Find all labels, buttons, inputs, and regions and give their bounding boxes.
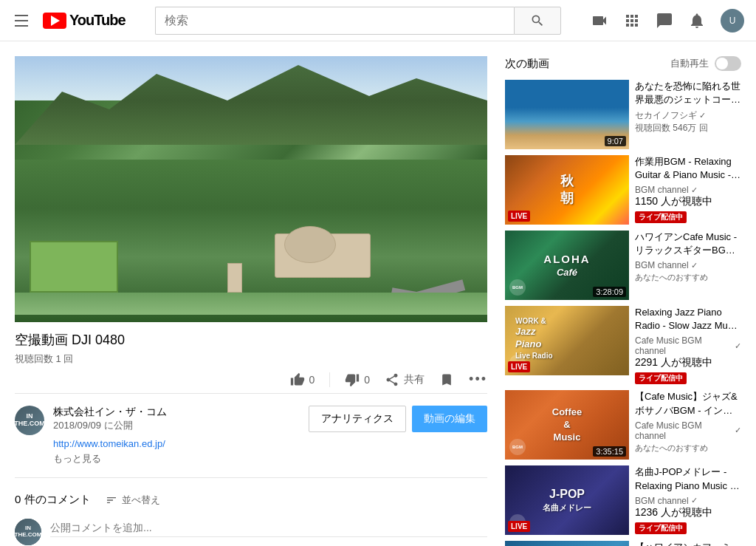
live-label-5: ライブ配信中	[635, 522, 687, 534]
edit-video-button[interactable]: 動画の編集	[412, 406, 487, 432]
live-label-1: ライブ配信中	[635, 211, 687, 223]
autoplay-row: 自動再生	[670, 56, 741, 71]
divider	[329, 372, 330, 387]
search-icon	[530, 13, 545, 28]
video-card-1[interactable]: 秋朝LIVE作業用BGM - Relaxing Guitar & Piano M…	[505, 155, 741, 225]
card-meta-5: 1236 人が視聴中ライブ配信中	[635, 506, 741, 534]
channel-avatar[interactable]: INTHE.COM	[15, 406, 44, 435]
verified-icon: ✓	[691, 496, 698, 505]
card-channel-3: Cafe Music BGM channel ✓	[635, 335, 741, 356]
verified-icon: ✓	[735, 341, 741, 351]
card-info-4: 【Cafe Music】ジャズ&ボサノバBGM - インストゥルメンタ...Ca…	[635, 390, 741, 460]
video-card-0[interactable]: 9:07あなたを恐怖に陥れる世界最悪のジェットコースターTOP10セカイノフシギ…	[505, 80, 741, 149]
video-actions: 0 0 共有 •••	[15, 366, 487, 394]
comment-input[interactable]	[50, 519, 487, 537]
card-info-0: あなたを恐怖に陥れる世界最悪のジェットコースターTOP10セカイノフシギ ✓視聴…	[635, 80, 741, 149]
share-icon	[385, 372, 399, 387]
card-channel-2: BGM channel ✓	[635, 260, 741, 270]
thumbnail-4: Coffee&MusicBGM3:35:15	[505, 390, 629, 460]
card-meta-4: あなたへのおすすめ	[635, 443, 741, 454]
sidebar-title: 次の動画	[505, 57, 549, 71]
more-link[interactable]: もっと見る	[53, 452, 167, 465]
apps-icon[interactable]	[623, 12, 641, 30]
header-left: YouTube	[12, 12, 126, 30]
duration-4: 3:35:15	[593, 446, 626, 457]
duration-0: 9:07	[605, 136, 626, 146]
channel-badge-4: BGM	[509, 439, 526, 455]
comments-header: 0 件のコメント 並べ替え	[15, 493, 487, 507]
view-count: 視聴回数 1 回	[15, 352, 487, 366]
channel-link[interactable]: http://www.tomeikan.ed.jp/	[53, 438, 167, 449]
card-title-3: Relaxing Jazz Piano Radio - Slow Jazz Mu…	[635, 306, 741, 332]
comment-input-row: INTHE.COM	[15, 519, 487, 545]
share-button[interactable]: 共有	[385, 372, 425, 387]
card-meta-2: あなたへのおすすめ	[635, 272, 741, 283]
verified-icon: ✓	[691, 185, 698, 195]
sort-label: 並べ替え	[122, 494, 160, 507]
card-meta-1: 1150 人が視聴中ライブ配信中	[635, 195, 741, 223]
thumbnail-5: J-POP名曲メドレーBGMLIVE	[505, 465, 629, 535]
card-title-1: 作業用BGM - Relaxing Guitar & Piano Music -…	[635, 155, 741, 182]
sort-button[interactable]: 並べ替え	[106, 494, 160, 507]
sidebar: 次の動画 自動再生 9:07あなたを恐怖に陥れる世界最悪のジェットコースターTO…	[505, 56, 741, 546]
dislike-count: 0	[364, 374, 370, 386]
card-title-5: 名曲J-POPメドレー - Relaxing Piano Music - 24/…	[635, 465, 741, 492]
channel-name: 株式会社イン・ザ・コム	[53, 406, 167, 419]
search-input[interactable]	[155, 7, 514, 35]
thumbnail-0: 9:07	[505, 80, 629, 149]
save-button[interactable]	[439, 372, 454, 387]
menu-button[interactable]	[12, 12, 31, 30]
more-dots: •••	[469, 372, 487, 387]
thumb-overlay-text: ALOHACafé	[539, 248, 594, 284]
live-label-3: ライブ配信中	[635, 372, 687, 384]
like-count: 0	[309, 374, 315, 386]
card-title-0: あなたを恐怖に陥れる世界最悪のジェットコースターTOP10	[635, 80, 741, 106]
card-channel-5: BGM channel ✓	[635, 496, 741, 506]
header: YouTube U	[0, 0, 756, 41]
video-card-3[interactable]: WORK &JazzPianoLive RadioBGMLIVERelaxing…	[505, 306, 741, 384]
channel-left: INTHE.COM 株式会社イン・ザ・コム 2018/09/09 に公開 htt…	[15, 406, 167, 465]
logo[interactable]: YouTube	[43, 12, 126, 29]
dislike-button[interactable]: 0	[345, 372, 370, 387]
thumb-overlay-text: Coffee&Music	[548, 402, 586, 448]
thumb-overlay-text: J-POP名曲メドレー	[538, 483, 596, 518]
video-card-4[interactable]: Coffee&MusicBGM3:35:15【Cafe Music】ジャズ&ボサ…	[505, 390, 741, 460]
video-title: 空撮動画 DJI 0480	[15, 331, 487, 349]
more-button[interactable]: •••	[469, 372, 487, 387]
thumbnail-2: ALOHACaféBGM3:28:09	[505, 231, 629, 300]
video-list: 9:07あなたを恐怖に陥れる世界最悪のジェットコースターTOP10セカイノフシギ…	[505, 80, 741, 546]
autoplay-toggle[interactable]	[715, 56, 741, 71]
comments-count: 0 件のコメント	[15, 493, 91, 507]
thumbs-up-icon	[290, 372, 305, 387]
video-player[interactable]	[15, 56, 487, 322]
like-button[interactable]: 0	[290, 372, 315, 387]
card-channel-0: セカイノフシギ ✓	[635, 109, 741, 122]
analytics-button[interactable]: アナリティクス	[309, 406, 406, 432]
search-area	[155, 7, 561, 35]
channel-info: 株式会社イン・ザ・コム 2018/09/09 に公開 http://www.to…	[53, 406, 167, 465]
card-title-2: ハワイアンCafe Music - リラックスギターBGM - ゆったりBG..…	[635, 231, 741, 257]
video-card-5[interactable]: J-POP名曲メドレーBGMLIVE名曲J-POPメドレー - Relaxing…	[505, 465, 741, 535]
message-icon[interactable]	[656, 12, 673, 30]
header-right: U	[591, 9, 744, 33]
share-label: 共有	[404, 373, 425, 386]
video-section: 空撮動画 DJI 0480 視聴回数 1 回 0 0 共有 •••	[15, 56, 487, 546]
card-channel-4: Cafe Music BGM channel ✓	[635, 420, 741, 441]
video-thumbnail	[15, 56, 487, 322]
card-channel-1: BGM channel ✓	[635, 185, 741, 195]
card-title-6: 【ハワイアンカフェミュージック】リラックスギターBGM - ...	[635, 541, 741, 546]
avatar[interactable]: U	[721, 9, 744, 33]
search-button[interactable]	[514, 7, 561, 35]
live-badge-1: LIVE	[508, 211, 530, 222]
video-card-6[interactable]: HawaiianCafeBGM3:30:42【ハワイアンカフェミュージック】リラ…	[505, 541, 741, 546]
verified-icon: ✓	[691, 261, 698, 270]
save-icon	[439, 372, 454, 387]
channel-badge-2: BGM	[509, 279, 526, 296]
camera-icon[interactable]	[591, 12, 608, 30]
card-meta-0: 視聴回数 546万 回	[635, 122, 741, 134]
card-info-6: 【ハワイアンカフェミュージック】リラックスギターBGM - ...Cafe Mu…	[635, 541, 741, 546]
video-card-2[interactable]: ALOHACaféBGM3:28:09ハワイアンCafe Music - リラッ…	[505, 231, 741, 300]
duration-2: 3:28:09	[593, 287, 626, 297]
live-badge-3: LIVE	[508, 361, 530, 372]
bell-icon[interactable]	[688, 12, 706, 30]
